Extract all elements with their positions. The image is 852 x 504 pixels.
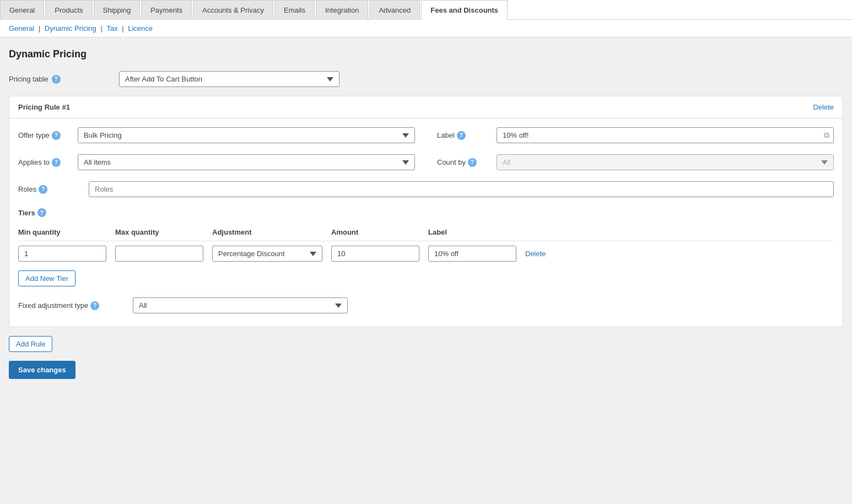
rule-title: Pricing Rule #1 (18, 103, 70, 111)
pricing-table-field-label: Pricing table (9, 75, 48, 83)
applies-to-label-wrap: Applies to ? (18, 158, 73, 167)
tier-amount-wrap (331, 246, 419, 262)
pricing-table-label: Pricing table ? (9, 75, 119, 84)
save-changes-wrap: Save changes (9, 361, 843, 379)
tabs-bar: GeneralProductsShippingPaymentsAccounts … (0, 0, 852, 20)
tab-emails[interactable]: Emails (274, 0, 315, 20)
label-help-icon[interactable]: ? (457, 131, 466, 140)
count-by-select[interactable]: AllProductVariation (497, 154, 834, 170)
breadcrumb-separator-2: | (99, 24, 105, 32)
tier-adj-select[interactable]: Percentage DiscountFixed DiscountFixed P… (212, 246, 322, 262)
offer-type-select-wrap: Bulk PricingCategory DiscountPurchase Hi… (78, 127, 415, 143)
tier-col-header-label: Label (428, 228, 516, 236)
add-new-tier-button[interactable]: Add New Tier (18, 270, 76, 286)
breadcrumb-item-0[interactable]: General (9, 24, 34, 32)
tier-col-header-max: Max quantity (115, 228, 203, 236)
roles-input-wrap (89, 181, 834, 197)
rule-delete-link[interactable]: Delete (813, 103, 834, 111)
tier-min-qty-input[interactable] (18, 246, 106, 262)
applies-to-group: Applies to ? All itemsSpecific productsS… (18, 154, 415, 170)
label-input-wrap: ⧉ (497, 127, 834, 143)
count-by-label-wrap: Count by ? (437, 158, 492, 167)
breadcrumb-item-1[interactable]: Dynamic Pricing (45, 24, 96, 32)
label-field-label-wrap: Label ? (437, 131, 492, 140)
save-changes-button[interactable]: Save changes (9, 361, 76, 379)
rule-body: Offer type ? Bulk PricingCategory Discou… (9, 118, 843, 327)
tab-products[interactable]: Products (45, 0, 92, 20)
applies-to-help-icon[interactable]: ? (52, 158, 61, 167)
count-by-group: Count by ? AllProductVariation (437, 154, 834, 170)
offer-type-label-wrap: Offer type ? (18, 131, 73, 140)
offer-label-row: Offer type ? Bulk PricingCategory Discou… (18, 127, 834, 143)
tab-integration[interactable]: Integration (316, 0, 368, 20)
tiers-help-icon[interactable]: ? (37, 208, 46, 217)
roles-label: Roles (18, 185, 36, 193)
rule-header: Pricing Rule #1 Delete (9, 96, 843, 118)
label-field-label: Label (437, 131, 455, 139)
tier-adj-wrap: Percentage DiscountFixed DiscountFixed P… (212, 246, 322, 262)
add-new-tier-wrap: Add New Tier (18, 266, 834, 286)
pricing-table-row: Pricing table ? After Add To Cart Button… (9, 71, 843, 87)
tier-row: Percentage DiscountFixed DiscountFixed P… (18, 246, 834, 262)
tab-shipping[interactable]: Shipping (94, 0, 141, 20)
applies-to-select[interactable]: All itemsSpecific productsSpecific categ… (78, 154, 415, 170)
pricing-table-help-icon[interactable]: ? (52, 75, 61, 84)
tiers-header-row: Tiers ? (18, 208, 834, 217)
tier-min-qty-wrap (18, 246, 106, 262)
tier-delete-link[interactable]: Delete (525, 250, 546, 258)
count-by-select-wrap: AllProductVariation (497, 154, 834, 170)
roles-row: Roles ? (18, 181, 834, 197)
tier-label-input[interactable] (428, 246, 516, 262)
page-title: Dynamic Pricing (9, 48, 843, 60)
page-content: Dynamic Pricing Pricing table ? After Ad… (0, 37, 852, 390)
applies-count-row: Applies to ? All itemsSpecific productsS… (18, 154, 834, 170)
offer-type-group: Offer type ? Bulk PricingCategory Discou… (18, 127, 415, 143)
roles-input[interactable] (89, 181, 834, 197)
copy-icon[interactable]: ⧉ (824, 131, 829, 140)
tier-col-header-amount: Amount (331, 228, 419, 236)
fixed-adj-row: Fixed adjustment type ? AllCheapestMost … (18, 297, 834, 313)
fixed-adj-label-wrap: Fixed adjustment type ? (18, 301, 128, 310)
tier-label-wrap (428, 246, 516, 262)
breadcrumb-item-2[interactable]: Tax (106, 24, 117, 32)
fixed-adj-help-icon[interactable]: ? (90, 301, 99, 310)
add-rule-wrap: Add Rule (9, 336, 843, 361)
fixed-adj-select[interactable]: AllCheapestMost Expensive (133, 297, 348, 313)
offer-type-help-icon[interactable]: ? (52, 131, 61, 140)
fixed-adj-select-wrap: AllCheapestMost Expensive (133, 297, 348, 313)
roles-label-wrap: Roles ? (18, 185, 84, 194)
count-by-help-icon[interactable]: ? (468, 158, 477, 167)
add-rule-button[interactable]: Add Rule (9, 336, 52, 352)
fixed-adj-label: Fixed adjustment type (18, 301, 88, 310)
breadcrumb-separator-1: | (36, 24, 42, 32)
tab-accounts-privacy[interactable]: Accounts & Privacy (193, 0, 273, 20)
tiers-section: Tiers ? Min quantity Max quantity Adjust… (18, 208, 834, 286)
roles-help-icon[interactable]: ? (39, 185, 47, 194)
tier-max-qty-wrap (115, 246, 203, 262)
tier-max-qty-input[interactable] (115, 246, 203, 262)
tier-col-header-adj: Adjustment (212, 228, 322, 236)
tab-advanced[interactable]: Advanced (369, 0, 420, 20)
rule-card: Pricing Rule #1 Delete Offer type ? Bulk… (9, 96, 843, 327)
count-by-label: Count by (437, 158, 466, 166)
tab-payments[interactable]: Payments (141, 0, 192, 20)
applies-to-select-wrap: All itemsSpecific productsSpecific categ… (78, 154, 415, 170)
applies-to-label: Applies to (18, 158, 50, 166)
offer-type-select[interactable]: Bulk PricingCategory DiscountPurchase Hi… (78, 127, 415, 143)
tier-col-header-min: Min quantity (18, 228, 106, 236)
tiers-columns-header: Min quantity Max quantity Adjustment Amo… (18, 224, 834, 241)
pricing-table-select[interactable]: After Add To Cart ButtonBefore Add To Ca… (119, 71, 339, 87)
tiers-label: Tiers (18, 209, 35, 217)
breadcrumb-item-3[interactable]: Licence (128, 24, 153, 32)
tab-general[interactable]: General (0, 0, 44, 20)
breadcrumb: General | Dynamic Pricing | Tax | Licenc… (0, 20, 852, 37)
pricing-table-select-wrap: After Add To Cart ButtonBefore Add To Ca… (119, 71, 339, 87)
tier-delete-wrap: Delete (525, 250, 558, 258)
tab-fees-discounts[interactable]: Fees and Discounts (421, 0, 508, 20)
offer-type-label: Offer type (18, 131, 50, 139)
label-field-group: Label ? ⧉ (437, 127, 834, 143)
tier-amount-input[interactable] (331, 246, 419, 262)
breadcrumb-separator-3: | (120, 24, 126, 32)
label-input[interactable] (497, 127, 834, 143)
